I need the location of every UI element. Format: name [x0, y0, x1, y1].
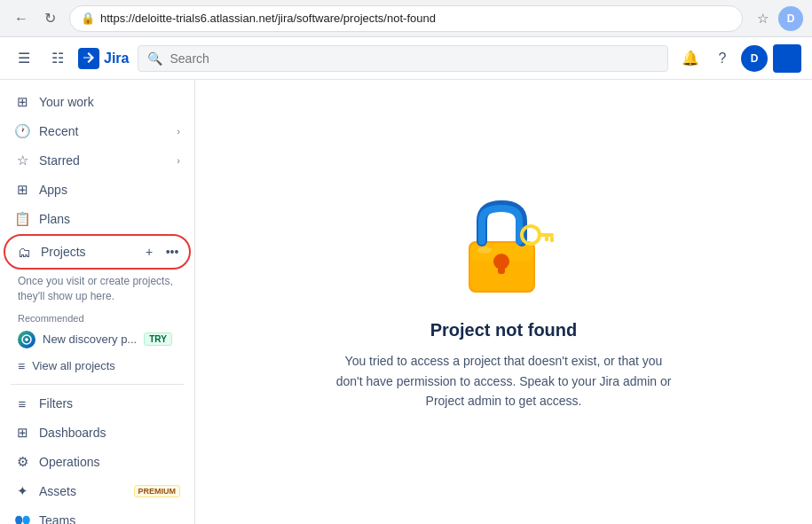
not-found-description: You tried to access a project that doesn… — [335, 351, 673, 411]
sidebar-item-your-work[interactable]: ⊞ Your work — [4, 88, 191, 116]
try-badge: TRY — [144, 332, 172, 346]
teams-label: Teams — [39, 513, 180, 524]
url-input[interactable] — [100, 12, 731, 25]
filters-icon: ≡ — [14, 396, 30, 411]
dashboards-label: Dashboards — [39, 426, 180, 440]
search-icon: 🔍 — [147, 51, 162, 66]
sidebar-item-dashboards[interactable]: ⊞ Dashboards — [4, 418, 191, 447]
svg-rect-5 — [498, 262, 505, 274]
plans-icon: 📋 — [14, 211, 30, 227]
browser-chrome: ← ↻ 🔒 ☆ D — [0, 0, 812, 37]
content-area: Project not found You tried to access a … — [195, 80, 812, 524]
search-input[interactable] — [169, 51, 658, 66]
browser-actions: ☆ D — [750, 6, 803, 31]
app-container: ☰ ☷ Jira 🔍 🔔 ? D — [0, 37, 812, 524]
recommended-label: Recommended — [0, 308, 194, 325]
help-button[interactable]: ? — [709, 45, 736, 72]
sidebar: ⊞ Your work 🕐 Recent › ☆ Starred › ⊞ App… — [0, 80, 195, 524]
sidebar-item-assets[interactable]: ✦ Assets PREMIUM — [4, 477, 191, 505]
view-all-icon: ≡ — [18, 359, 25, 373]
operations-icon: ⚙ — [14, 454, 30, 470]
operations-label: Operations — [39, 455, 180, 469]
jira-logo: Jira — [78, 48, 129, 69]
assets-icon: ✦ — [14, 483, 30, 499]
assets-label: Assets — [39, 484, 125, 498]
recent-icon: 🕐 — [14, 123, 30, 139]
topbar-right: 🔔 ? D — [677, 44, 801, 73]
sidebar-toggle-button[interactable]: ☰ — [11, 45, 37, 72]
profile-button[interactable]: D — [778, 6, 803, 31]
svg-rect-7 — [538, 233, 554, 237]
premium-badge: PREMIUM — [134, 485, 181, 497]
svg-rect-9 — [545, 237, 548, 241]
svg-rect-8 — [550, 237, 554, 242]
sidebar-item-new-discovery[interactable]: New discovery p... TRY — [0, 325, 194, 354]
back-button[interactable]: ← — [9, 6, 34, 31]
jira-logo-text: Jira — [104, 51, 129, 66]
plans-label: Plans — [39, 212, 180, 226]
starred-icon: ☆ — [14, 153, 30, 168]
starred-label: Starred — [39, 153, 168, 168]
recent-chevron-icon: › — [177, 126, 180, 137]
sidebar-item-apps[interactable]: ⊞ Apps — [4, 176, 191, 204]
topbar: ☰ ☷ Jira 🔍 🔔 ? D — [0, 37, 812, 80]
apps-icon: ⊞ — [14, 182, 30, 198]
projects-helper-text: Once you visit or create projects, they'… — [0, 270, 194, 308]
projects-label: Projects — [41, 245, 130, 259]
sidebar-divider — [11, 384, 184, 385]
projects-more-button[interactable]: ••• — [162, 242, 182, 262]
topbar-avatar[interactable]: D — [741, 45, 768, 72]
grid-button[interactable]: ☷ — [44, 45, 71, 72]
sidebar-item-teams[interactable]: 👥 Teams — [4, 506, 191, 524]
projects-icon: 🗂 — [16, 245, 32, 260]
projects-add-button[interactable]: + — [139, 242, 159, 262]
create-button[interactable] — [773, 44, 801, 73]
sidebar-item-operations[interactable]: ⚙ Operations — [4, 448, 191, 476]
sidebar-item-filters[interactable]: ≡ Filters — [4, 390, 191, 418]
filters-label: Filters — [39, 396, 180, 411]
lock-icon: 🔒 — [81, 12, 95, 25]
dashboards-icon: ⊞ — [14, 425, 30, 441]
main-area: ⊞ Your work 🕐 Recent › ☆ Starred › ⊞ App… — [0, 80, 812, 524]
lock-illustration — [451, 192, 557, 299]
your-work-label: Your work — [39, 95, 180, 109]
recent-label: Recent — [39, 124, 168, 138]
discovery-icon — [18, 331, 35, 348]
svg-point-10 — [477, 246, 492, 254]
teams-icon: 👥 — [14, 512, 30, 524]
projects-actions: + ••• — [139, 242, 182, 262]
view-all-label: View all projects — [32, 359, 115, 372]
apps-label: Apps — [39, 183, 180, 197]
not-found-title: Project not found — [430, 320, 578, 340]
sidebar-item-plans[interactable]: 📋 Plans — [4, 205, 191, 233]
starred-chevron-icon: › — [177, 155, 180, 166]
topbar-left: ☰ ☷ Jira — [11, 45, 129, 72]
notifications-button[interactable]: 🔔 — [677, 45, 704, 72]
sidebar-item-recent[interactable]: 🕐 Recent › — [4, 117, 191, 145]
sidebar-item-projects[interactable]: 🗂 Projects + ••• — [4, 234, 191, 270]
new-discovery-label: New discovery p... — [43, 332, 137, 346]
jira-logo-icon — [78, 48, 99, 69]
search-bar[interactable]: 🔍 — [138, 45, 668, 72]
address-bar[interactable]: 🔒 — [69, 5, 743, 32]
browser-nav-buttons: ← ↻ — [9, 6, 62, 31]
your-work-icon: ⊞ — [14, 94, 30, 110]
browser-avatar: D — [778, 6, 803, 31]
refresh-button[interactable]: ↻ — [37, 6, 62, 31]
sidebar-item-starred[interactable]: ☆ Starred › — [4, 146, 191, 175]
sidebar-item-view-all-projects[interactable]: ≡ View all projects — [0, 354, 194, 379]
bookmark-button[interactable]: ☆ — [750, 6, 775, 31]
